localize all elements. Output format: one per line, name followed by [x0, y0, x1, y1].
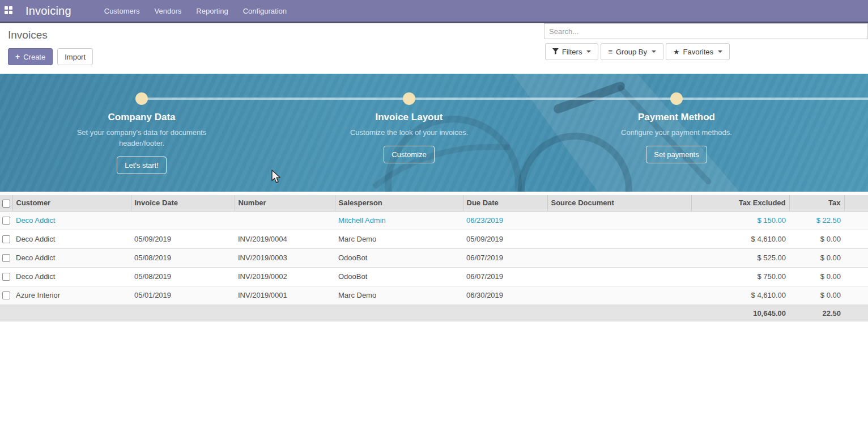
search-input[interactable]	[544, 23, 868, 39]
table-row[interactable]: Deco Addict 05/08/2019 INV/2019/0003 Odo…	[0, 248, 868, 267]
total-tax-excluded: 10,645.00	[691, 305, 789, 322]
apps-grid-square	[9, 11, 12, 14]
cell-tax[interactable]: $ 0.00	[789, 230, 844, 248]
column-header-spacer	[844, 195, 868, 211]
invoicing-app-screen: Invoicing Customers Vendors Reporting Co…	[0, 0, 868, 427]
app-brand-title[interactable]: Invoicing	[25, 5, 71, 18]
cell-due-date[interactable]: 06/23/2019	[463, 211, 547, 230]
cell-salesperson[interactable]: Marc Demo	[335, 230, 463, 248]
onboarding-step-payment-method: Payment Method Configure your payment me…	[586, 92, 767, 163]
select-all-header-cell	[0, 195, 12, 211]
table-row[interactable]: Azure Interior 05/01/2019 INV/2019/0001 …	[0, 286, 868, 305]
cell-source-document[interactable]	[547, 211, 691, 230]
cell-tax-excluded[interactable]: $ 4,610.00	[691, 230, 789, 248]
menu-configuration[interactable]: Configuration	[236, 0, 294, 22]
column-header-customer[interactable]: Customer	[12, 195, 131, 211]
chevron-down-icon	[586, 50, 591, 53]
cell-invoice-date[interactable]	[131, 211, 235, 230]
column-header-number[interactable]: Number	[235, 195, 335, 211]
cell-due-date[interactable]: 06/30/2019	[463, 286, 547, 305]
cell-source-document[interactable]	[547, 286, 691, 305]
favorites-label: Favorites	[683, 48, 713, 56]
cell-number[interactable]: INV/2019/0002	[235, 267, 335, 286]
menu-reporting[interactable]: Reporting	[189, 0, 235, 22]
table-totals-row: 10,645.00 22.50	[0, 305, 868, 322]
cell-salesperson[interactable]: OdooBot	[335, 267, 463, 286]
cell-tax[interactable]: $ 0.00	[789, 286, 844, 305]
cell-tax-excluded[interactable]: $ 525.00	[691, 248, 789, 267]
cell-number[interactable]	[235, 211, 335, 230]
onboarding-step-invoice-layout: Invoice Layout Customize the look of you…	[318, 92, 500, 163]
cell-spacer	[844, 248, 868, 267]
import-button-label: Import	[65, 53, 86, 61]
top-navbar: Invoicing Customers Vendors Reporting Co…	[0, 0, 868, 23]
customize-button[interactable]: Customize	[384, 146, 434, 163]
cell-tax[interactable]: $ 22.50	[789, 211, 844, 230]
column-header-tax[interactable]: Tax	[789, 195, 844, 211]
cell-customer[interactable]: Deco Addict	[12, 248, 131, 267]
cell-customer[interactable]: Deco Addict	[12, 211, 131, 230]
cell-tax-excluded[interactable]: $ 750.00	[691, 267, 789, 286]
column-header-source-document[interactable]: Source Document	[547, 195, 691, 211]
favorites-dropdown-button[interactable]: ★ Favorites	[666, 43, 730, 60]
chevron-down-icon	[652, 50, 656, 53]
column-header-salesperson[interactable]: Salesperson	[335, 195, 463, 211]
column-header-tax-excluded[interactable]: Tax Excluded	[691, 195, 789, 211]
cell-spacer	[844, 267, 868, 286]
cell-tax-excluded[interactable]: $ 4,610.00	[691, 286, 789, 305]
select-all-checkbox[interactable]	[2, 200, 10, 208]
cell-invoice-date[interactable]: 05/08/2019	[131, 248, 235, 267]
cell-customer[interactable]: Azure Interior	[12, 286, 131, 305]
filters-dropdown-button[interactable]: Filters	[545, 43, 598, 60]
cell-invoice-date[interactable]: 05/01/2019	[131, 286, 235, 305]
apps-menu-icon[interactable]	[5, 6, 14, 15]
cell-tax[interactable]: $ 0.00	[789, 248, 844, 267]
cell-source-document[interactable]	[547, 230, 691, 248]
table-row[interactable]: Deco Addict 05/08/2019 INV/2019/0002 Odo…	[0, 267, 868, 286]
cell-due-date[interactable]: 06/07/2019	[463, 267, 547, 286]
cell-tax[interactable]: $ 0.00	[789, 267, 844, 286]
column-header-due-date[interactable]: Due Date	[463, 195, 547, 211]
import-button[interactable]: Import	[57, 48, 93, 65]
create-button[interactable]: + Create	[8, 48, 53, 65]
row-checkbox[interactable]	[2, 217, 10, 225]
apps-grid-square	[5, 6, 8, 10]
cell-due-date[interactable]: 06/07/2019	[463, 248, 547, 267]
cell-number[interactable]: INV/2019/0001	[235, 286, 335, 305]
total-tax: 22.50	[789, 305, 844, 322]
cell-invoice-date[interactable]: 05/08/2019	[131, 267, 235, 286]
filter-funnel-icon	[552, 48, 559, 56]
lets-start-button[interactable]: Let's start!	[117, 157, 167, 174]
menu-customers[interactable]: Customers	[97, 0, 147, 22]
cell-source-document[interactable]	[547, 267, 691, 286]
control-panel: Invoices + Create Import Filters	[0, 23, 868, 74]
cell-customer[interactable]: Deco Addict	[12, 267, 131, 286]
group-by-icon: ≡	[608, 48, 612, 56]
invoices-list-view: Customer Invoice Date Number Salesperson…	[0, 195, 868, 322]
set-payments-button[interactable]: Set payments	[646, 146, 707, 163]
table-header-row: Customer Invoice Date Number Salesperson…	[0, 195, 868, 211]
cell-source-document[interactable]	[547, 248, 691, 267]
cell-customer[interactable]: Deco Addict	[12, 230, 131, 248]
group-by-dropdown-button[interactable]: ≡ Group By	[601, 43, 663, 60]
table-row[interactable]: Deco Addict Mitchell Admin 06/23/2019 $ …	[0, 211, 868, 230]
row-checkbox[interactable]	[2, 254, 10, 262]
menu-vendors[interactable]: Vendors	[147, 0, 189, 22]
cell-invoice-date[interactable]: 05/09/2019	[131, 230, 235, 248]
cell-due-date[interactable]: 05/09/2019	[463, 230, 547, 248]
cell-salesperson[interactable]: Marc Demo	[335, 286, 463, 305]
cell-number[interactable]: INV/2019/0004	[235, 230, 335, 248]
filters-label: Filters	[562, 48, 582, 56]
cell-spacer	[844, 286, 868, 305]
cell-salesperson[interactable]: OdooBot	[335, 248, 463, 267]
column-header-invoice-date[interactable]: Invoice Date	[131, 195, 235, 211]
row-checkbox[interactable]	[2, 291, 10, 299]
table-row[interactable]: Deco Addict 05/09/2019 INV/2019/0004 Mar…	[0, 230, 868, 248]
cell-tax-excluded[interactable]: $ 150.00	[691, 211, 789, 230]
row-checkbox[interactable]	[2, 273, 10, 281]
step-description: Customize the look of your invoices.	[344, 127, 474, 138]
row-checkbox[interactable]	[2, 235, 10, 243]
cell-number[interactable]: INV/2019/0003	[235, 248, 335, 267]
step-description: Set your company's data for documents he…	[76, 127, 207, 149]
cell-salesperson[interactable]: Mitchell Admin	[335, 211, 463, 230]
